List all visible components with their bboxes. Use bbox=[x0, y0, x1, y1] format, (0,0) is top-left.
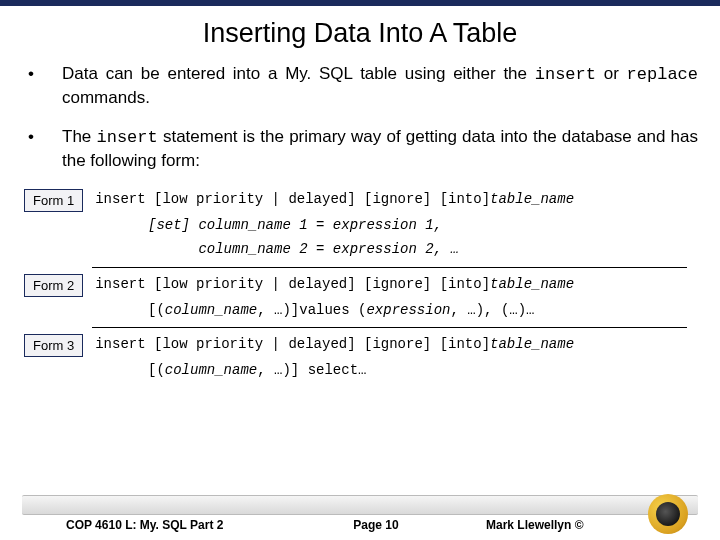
ucf-logo-icon bbox=[648, 494, 688, 534]
bullet-list: Data can be entered into a My. SQL table… bbox=[22, 63, 698, 173]
bullet-text: Data can be entered into a My. SQL table… bbox=[62, 64, 535, 83]
form-2: Form 2 insert [low priority | delayed] [… bbox=[22, 274, 698, 321]
code-line: insert [low priority | delayed] [ignore]… bbox=[95, 189, 698, 210]
footer-bar bbox=[22, 495, 698, 515]
footer: COP 4610 L: My. SQL Part 2 Page 10 Mark … bbox=[0, 495, 720, 532]
code-line: [set] column_name 1 = expression 1, bbox=[148, 214, 698, 236]
code-line: insert [low priority | delayed] [ignore]… bbox=[95, 334, 698, 355]
bullet-text: commands. bbox=[62, 88, 150, 107]
code-line: [(column_name, …)]values (expression, …)… bbox=[148, 299, 698, 321]
inline-code: replace bbox=[627, 65, 698, 84]
form-label: Form 3 bbox=[24, 334, 83, 357]
form-label: Form 2 bbox=[24, 274, 83, 297]
form-3: Form 3 insert [low priority | delayed] [… bbox=[22, 334, 698, 381]
footer-page: Page 10 bbox=[326, 518, 426, 532]
form-label: Form 1 bbox=[24, 189, 83, 212]
footer-author: Mark Llewellyn © bbox=[486, 518, 626, 532]
page-title: Inserting Data Into A Table bbox=[22, 18, 698, 49]
footer-course: COP 4610 L: My. SQL Part 2 bbox=[66, 518, 286, 532]
code-line: [(column_name, …)] select… bbox=[148, 359, 698, 381]
divider bbox=[92, 327, 687, 328]
bullet-text: or bbox=[596, 64, 627, 83]
divider bbox=[92, 267, 687, 268]
bullet-text: The bbox=[62, 127, 97, 146]
bullet-item: The insert statement is the primary way … bbox=[22, 126, 698, 173]
code-line: column_name 2 = expression 2, … bbox=[148, 238, 698, 260]
forms-section: Form 1 insert [low priority | delayed] [… bbox=[22, 189, 698, 382]
bullet-text: statement is the primary way of getting … bbox=[62, 127, 698, 170]
bullet-item: Data can be entered into a My. SQL table… bbox=[22, 63, 698, 110]
inline-code: insert bbox=[97, 128, 158, 147]
form-1: Form 1 insert [low priority | delayed] [… bbox=[22, 189, 698, 261]
inline-code: insert bbox=[535, 65, 596, 84]
code-line: insert [low priority | delayed] [ignore]… bbox=[95, 274, 698, 295]
